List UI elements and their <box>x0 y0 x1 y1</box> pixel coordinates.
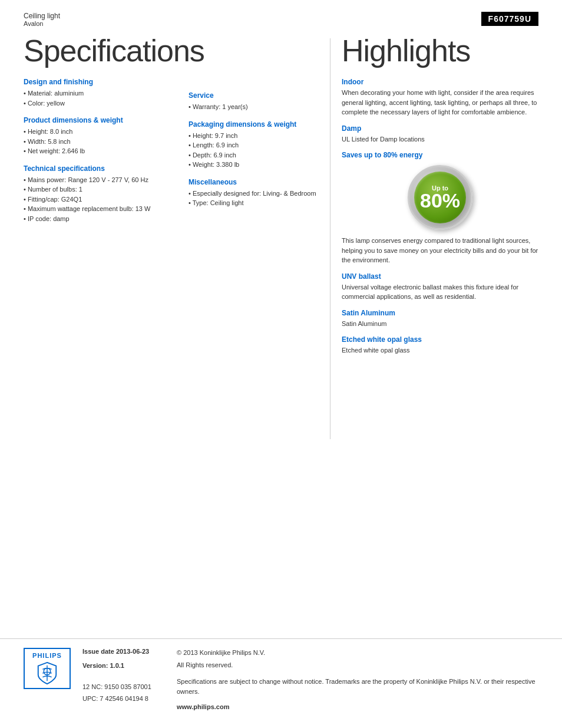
left-column: Specifications Design and finishing Mate… <box>24 35 183 223</box>
spec-item: Depth: 6.9 inch <box>189 150 330 160</box>
section-product-dimensions-title: Product dimensions & weight <box>24 116 183 124</box>
spec-item: Height: 8.0 inch <box>24 127 183 137</box>
footer-issue-date: Issue date 2013-06-23 <box>82 648 165 655</box>
highlight-damp-text: UL Listed for Damp locations <box>342 134 538 144</box>
philips-shield-icon <box>37 661 58 685</box>
highlight-unv: UNV ballast Universal voltage electronic… <box>342 272 538 302</box>
footer-nc: 12 NC: 9150 035 87001 <box>82 683 165 690</box>
footer-version-value: 1.0.1 <box>110 662 124 669</box>
energy-badge-container: Up to 80% <box>342 165 538 230</box>
spec-item: IP code: damp <box>24 214 183 224</box>
footer-issue-date-value: 2013-06-23 <box>116 648 149 655</box>
section-service-title: Service <box>189 91 330 100</box>
energy-badge-inner: Up to 80% <box>414 172 466 223</box>
footer-col1: Issue date 2013-06-23 Version: 1.0.1 12 … <box>82 648 165 710</box>
footer-website: www.philips.com <box>177 703 538 710</box>
highlight-energy-title: Saves up to 80% energy <box>342 151 538 159</box>
middle-column: Service Warranty: 1 year(s) Packaging di… <box>189 91 330 208</box>
highlight-satin-text: Satin Aluminum <box>342 319 538 329</box>
section-design-finishing-list: Material: aluminium Color: yellow <box>24 88 183 108</box>
spec-item: Color: yellow <box>24 98 183 108</box>
model-badge: F607759U <box>481 12 538 26</box>
section-misc-title: Miscellaneous <box>189 178 330 186</box>
highlight-unv-text: Universal voltage electronic ballast mak… <box>342 282 538 302</box>
section-service-list: Warranty: 1 year(s) <box>189 102 330 112</box>
spec-item: Height: 9.7 inch <box>189 131 330 141</box>
footer-version: Version: 1.0.1 <box>82 662 165 669</box>
spec-item: Mains power: Range 120 V - 277 V, 60 Hz <box>24 175 183 185</box>
footer-version-label: Version: <box>82 662 108 669</box>
energy-badge: Up to 80% <box>408 165 472 230</box>
spec-item: Weight: 3.380 lb <box>189 160 330 170</box>
spec-item: Length: 6.9 inch <box>189 140 330 150</box>
footer: PHILIPS Issue date 2013-06-23 Version: 1… <box>0 638 562 710</box>
highlight-energy: Saves up to 80% energy Up to 80% This la… <box>342 151 538 265</box>
section-misc-list: Especially designed for: Living- & Bedro… <box>189 189 330 208</box>
philips-logo-text: PHILIPS <box>32 652 62 659</box>
page-container: Ceiling light Avalon F607759U Specificat… <box>0 0 562 728</box>
spec-item: Especially designed for: Living- & Bedro… <box>189 189 330 199</box>
right-column: Highlights Indoor When decorating your h… <box>342 35 538 363</box>
spec-item: Material: aluminium <box>24 88 183 98</box>
footer-disclaimer: Specifications are subject to change wit… <box>177 677 538 696</box>
spec-item: Warranty: 1 year(s) <box>189 102 330 112</box>
section-packaging-list: Height: 9.7 inch Length: 6.9 inch Depth:… <box>189 131 330 170</box>
page-title: Specifications <box>24 35 183 66</box>
footer-col2: © 2013 Koninklijke Philips N.V. All Righ… <box>177 648 538 710</box>
column-divider <box>330 38 330 439</box>
highlight-satin-title: Satin Aluminum <box>342 309 538 317</box>
footer-copyright: © 2013 Koninklijke Philips N.V. <box>177 648 538 658</box>
section-design-finishing-title: Design and finishing <box>24 78 183 86</box>
footer-upc: UPC: 7 42546 04194 8 <box>82 695 165 702</box>
product-type: Ceiling light <box>24 12 60 20</box>
highlight-unv-title: UNV ballast <box>342 272 538 281</box>
highlights-title: Highlights <box>342 35 538 66</box>
spec-item: Width: 5.8 inch <box>24 137 183 147</box>
spec-item: Type: Ceiling light <box>189 198 330 208</box>
footer-issue-date-label: Issue date <box>82 648 114 655</box>
highlight-indoor-text: When decorating your home with light, co… <box>342 88 538 117</box>
spec-item: Net weight: 2.646 lb <box>24 146 183 156</box>
spec-item: Fitting/cap: G24Q1 <box>24 195 183 205</box>
highlight-damp: Damp UL Listed for Damp locations <box>342 124 538 144</box>
highlight-damp-title: Damp <box>342 124 538 133</box>
spec-item: Number of bulbs: 1 <box>24 185 183 195</box>
highlight-etched: Etched white opal glass Etched white opa… <box>342 335 538 355</box>
highlight-energy-text: This lamp conserves energy compared to t… <box>342 236 538 265</box>
energy-percent-text: 80% <box>420 190 460 210</box>
spec-item: Maximum wattage replacement bulb: 13 W <box>24 204 183 214</box>
highlight-indoor: Indoor When decorating your home with li… <box>342 78 538 117</box>
section-packaging-title: Packaging dimensions & weight <box>189 120 330 129</box>
header-left: Ceiling light Avalon <box>24 12 60 27</box>
product-name: Avalon <box>24 20 60 27</box>
section-technical-specs-title: Technical specifications <box>24 164 183 173</box>
footer-all-rights: All Rights reserved. <box>177 660 538 670</box>
highlight-satin: Satin Aluminum Satin Aluminum <box>342 309 538 329</box>
highlight-etched-text: Etched white opal glass <box>342 345 538 355</box>
highlight-indoor-title: Indoor <box>342 78 538 86</box>
section-product-dimensions-list: Height: 8.0 inch Width: 5.8 inch Net wei… <box>24 127 183 156</box>
philips-logo: PHILIPS <box>24 648 71 689</box>
section-technical-specs-list: Mains power: Range 120 V - 277 V, 60 Hz … <box>24 175 183 224</box>
footer-info: Issue date 2013-06-23 Version: 1.0.1 12 … <box>82 648 538 710</box>
highlight-etched-title: Etched white opal glass <box>342 335 538 344</box>
